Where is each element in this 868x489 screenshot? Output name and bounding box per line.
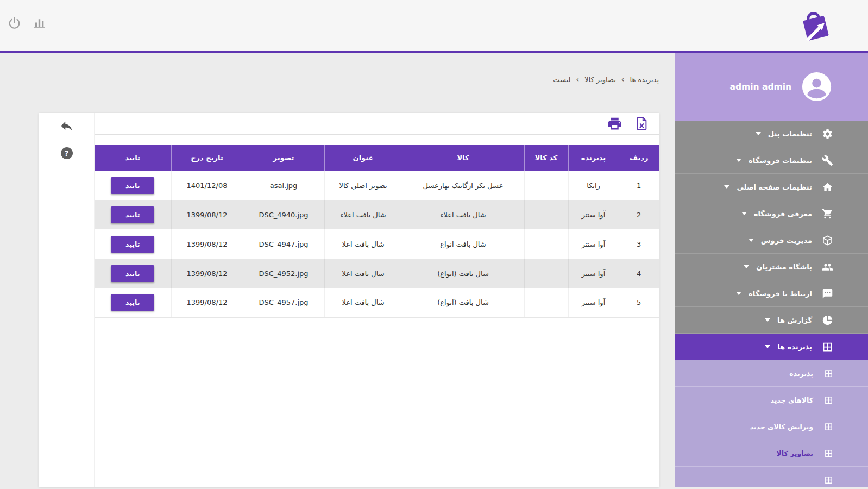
cell-product-code xyxy=(524,259,568,288)
excel-export-icon[interactable] xyxy=(634,116,649,131)
col-header-product: کالا xyxy=(402,145,524,171)
col-header-image: تصویر xyxy=(243,145,324,171)
breadcrumb-item-acceptors[interactable]: پذیرنده ها xyxy=(630,76,659,84)
sidebar-item-panel-settings[interactable]: تنظیمات پنل xyxy=(675,121,868,147)
power-icon[interactable] xyxy=(8,16,21,30)
sidebar-item-reports[interactable]: گزارش ها xyxy=(675,307,868,334)
confirm-button[interactable]: تایید xyxy=(111,294,154,311)
sidebar-subitem-label: پذیرنده xyxy=(789,369,813,378)
caret-down-icon xyxy=(744,265,749,268)
cell-title: شال بافت اعلا xyxy=(324,288,402,317)
cell-product: شال بافت انواع xyxy=(402,229,524,259)
card-main: ردیف پذیرنده کد کالا کالا عنوان تصویر تا… xyxy=(95,113,659,487)
caret-down-icon xyxy=(749,239,754,242)
cell-date: 1399/08/12 xyxy=(171,229,243,259)
breadcrumb-item-list: لیست xyxy=(553,76,570,84)
back-arrow-icon[interactable] xyxy=(59,118,74,133)
caret-down-icon xyxy=(765,318,770,322)
window-icon xyxy=(824,422,833,431)
cell-acceptor: آوا سنتر xyxy=(568,259,619,288)
sidebar-item-store-intro[interactable]: معرفی فروشگاه xyxy=(675,200,868,227)
cell-confirm: تایید xyxy=(95,229,171,259)
cell-title: تصویر اصلي کالا xyxy=(324,171,402,200)
cell-acceptor: رایکا xyxy=(568,171,619,200)
box-icon xyxy=(822,235,833,246)
sidebar-item-homepage-settings[interactable]: تنظیمات صفحه اصلی xyxy=(675,174,868,200)
window-icon xyxy=(824,396,833,405)
sidebar-subitem-partial[interactable] xyxy=(675,467,868,487)
help-icon[interactable]: ? xyxy=(61,147,73,159)
col-header-product-code: کد کالا xyxy=(524,145,568,171)
sidebar-item-label: تنظیمات صفحه اصلی xyxy=(737,183,812,191)
cell-row-number: 5 xyxy=(619,288,659,317)
main-content: پذیرنده ها ‹ تصاویر کالا ‹ لیست ? xyxy=(0,53,675,487)
cell-product: شال بافت اعلاء xyxy=(402,200,524,229)
table-toolbar xyxy=(95,113,659,135)
cell-date: 1399/08/12 xyxy=(171,259,243,288)
caret-down-icon xyxy=(741,212,747,215)
bar-chart-icon[interactable] xyxy=(32,16,47,30)
cell-acceptor: آوا سنتر xyxy=(568,229,619,259)
sidebar-item-sales-management[interactable]: مدیریت فروش xyxy=(675,227,868,254)
sidebar-item-label: مدیریت فروش xyxy=(761,236,812,244)
col-header-confirm: تایید xyxy=(95,145,171,171)
window-icon xyxy=(824,449,833,458)
sidebar-subitem-product-images[interactable]: تصاویر کالا xyxy=(675,440,868,467)
cell-confirm: تایید xyxy=(95,171,171,200)
confirm-button[interactable]: تایید xyxy=(111,177,154,194)
table-row: 5 آوا سنتر شال بافت (انواع) شال بافت اعل… xyxy=(95,288,659,317)
cell-row-number: 1 xyxy=(619,171,659,200)
sidebar-item-label: گزارش ها xyxy=(777,316,812,324)
topbar xyxy=(0,0,868,53)
user-panel[interactable]: admin admin xyxy=(675,53,868,121)
sidebar-subitem-new-products[interactable]: کالاهای جدید xyxy=(675,387,868,413)
sidebar-subitem-acceptor[interactable]: پذیرنده xyxy=(675,360,868,387)
table-row: 3 آوا سنتر شال بافت انواع شال بافت اعلا … xyxy=(95,229,659,259)
sidebar: admin admin تنظیمات پنل تنظیمات فروشگاه … xyxy=(675,53,868,487)
print-icon[interactable] xyxy=(607,116,622,131)
chat-icon xyxy=(822,288,833,299)
caret-down-icon xyxy=(736,292,741,295)
cell-title: شال بافت اعلا xyxy=(324,229,402,259)
table-row: 2 آوا سنتر شال بافت اعلاء شال بافت اعلاء… xyxy=(95,200,659,229)
col-header-date: تاریخ درج xyxy=(171,145,243,171)
col-header-title: عنوان xyxy=(324,145,402,171)
cell-product-code xyxy=(524,200,568,229)
cell-row-number: 2 xyxy=(619,200,659,229)
shopping-bag-logo xyxy=(798,3,833,47)
avatar-icon xyxy=(801,71,832,102)
sidebar-item-label: باشگاه مشتریان xyxy=(756,263,812,271)
sidebar-item-store-contact[interactable]: ارتباط با فروشگاه xyxy=(675,280,868,307)
window-icon xyxy=(824,369,833,378)
sidebar-subitem-edit-new-product[interactable]: ویرایش کالای جدید xyxy=(675,413,868,440)
cell-title: شال بافت اعلا xyxy=(324,259,402,288)
home-icon xyxy=(822,181,833,193)
cell-confirm: تایید xyxy=(95,200,171,229)
confirm-button[interactable]: تایید xyxy=(111,206,154,223)
table-header-row: ردیف پذیرنده کد کالا کالا عنوان تصویر تا… xyxy=(95,145,659,171)
cell-date: 1399/08/12 xyxy=(171,200,243,229)
cell-date: 1399/08/12 xyxy=(171,288,243,317)
cell-image-name: DSC_4952.jpg xyxy=(243,259,324,288)
product-images-table: ردیف پذیرنده کد کالا کالا عنوان تصویر تا… xyxy=(95,145,659,318)
gear-icon xyxy=(822,128,833,140)
sidebar-item-customer-club[interactable]: باشگاه مشتریان xyxy=(675,254,868,280)
sidebar-item-acceptors[interactable]: پذیرنده ها xyxy=(675,334,868,360)
cell-product: شال بافت (انواع) xyxy=(402,259,524,288)
col-header-row-number: ردیف xyxy=(619,145,659,171)
confirm-button[interactable]: تایید xyxy=(111,265,154,282)
sidebar-item-label: پذیرنده ها xyxy=(777,343,812,351)
cell-date: 1401/12/08 xyxy=(171,171,243,200)
sidebar-item-label: تنظیمات پنل xyxy=(768,130,812,138)
confirm-button[interactable]: تایید xyxy=(111,236,154,253)
cell-acceptor: آوا سنتر xyxy=(568,288,619,317)
topbar-actions xyxy=(8,16,47,30)
cell-product: شال بافت (انواع) xyxy=(402,288,524,317)
cell-row-number: 3 xyxy=(619,229,659,259)
sidebar-item-store-settings[interactable]: تنظیمات فروشگاه xyxy=(675,147,868,174)
sidebar-subitem-label: کالاهای جدید xyxy=(770,396,813,404)
cell-product: عسل بکر ارگانیک بهارعسل xyxy=(402,171,524,200)
cell-image-name: asal.jpg xyxy=(243,171,324,200)
breadcrumb-item-product-images[interactable]: تصاویر کالا xyxy=(584,76,616,84)
sidebar-subitem-label: ویرایش کالای جدید xyxy=(750,423,813,431)
